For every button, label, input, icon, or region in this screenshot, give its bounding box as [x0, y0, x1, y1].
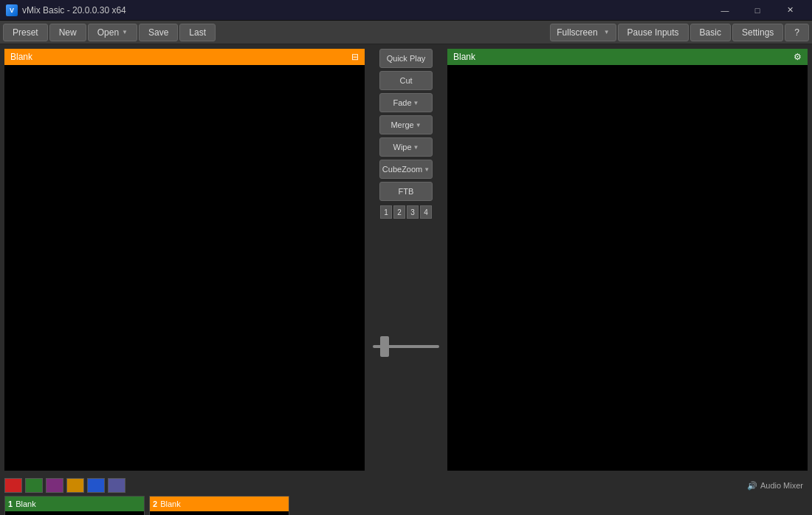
fade-button[interactable]: Fade ▼ [379, 93, 433, 112]
basic-button[interactable]: Basic [690, 24, 731, 41]
window-controls: — □ ✕ [709, 0, 806, 21]
quick-play-button[interactable]: Quick Play [379, 49, 433, 68]
last-button[interactable]: Last [179, 24, 216, 41]
transition-slider-thumb[interactable] [380, 336, 389, 357]
swatch-purple[interactable] [46, 478, 63, 493]
input-1-label: Blank [16, 499, 36, 508]
audio-mixer-button[interactable]: 🔊 Audio Mixer [747, 481, 803, 491]
input-2-label: Blank [160, 499, 181, 508]
wipe-arrow: ▼ [413, 144, 419, 151]
preview-area: Blank ⊟ [0, 44, 369, 475]
input-2-header: 2 Blank [150, 497, 289, 511]
transition-num-buttons: 1 2 3 4 [380, 205, 432, 219]
trans-num-3[interactable]: 3 [407, 205, 419, 219]
input-1-header: 1 Blank [5, 497, 144, 511]
merge-button[interactable]: Merge ▼ [379, 115, 433, 134]
transition-slider-container [373, 222, 439, 471]
input-1-screen [5, 511, 144, 515]
fullscreen-select[interactable]: Fullscreen ▼ [550, 24, 616, 41]
swatch-blue[interactable] [87, 478, 105, 493]
swatch-red[interactable] [4, 478, 22, 493]
input-tile-2: 2 Blank Close Quick Play Cut Loop 1 2 3 … [149, 496, 289, 515]
input-1-num: 1 [8, 499, 13, 508]
color-swatches-row: 🔊 Audio Mixer [0, 475, 812, 496]
maximize-button[interactable]: □ [741, 0, 774, 21]
trans-num-1[interactable]: 1 [380, 205, 392, 219]
output-label-text: Blank [453, 52, 475, 62]
preset-button[interactable]: Preset [3, 24, 48, 41]
help-button[interactable]: ? [785, 24, 809, 41]
open-dropdown-arrow: ▼ [122, 29, 128, 35]
fade-arrow: ▼ [413, 100, 419, 106]
app-title: vMix Basic - 20.0.0.30 x64 [22, 5, 709, 16]
output-screen [447, 65, 808, 471]
settings-button[interactable]: Settings [732, 24, 783, 41]
app-icon: V [6, 4, 18, 16]
main-content: Blank ⊟ Quick Play Cut Fade ▼ Merge ▼ Wi… [0, 44, 812, 475]
output-settings-icon[interactable]: ⚙ [794, 52, 802, 62]
preview-minimize-icon[interactable]: ⊟ [351, 52, 359, 62]
output-area: Blank ⚙ [443, 44, 812, 475]
fullscreen-dropdown-arrow: ▼ [604, 29, 610, 35]
cubezoom-button[interactable]: CubeZoom ▼ [379, 160, 433, 179]
inputs-area: 1 Blank Close Quick Play Cut Loop 1 2 3 … [0, 496, 812, 515]
preview-label-bar: Blank ⊟ [4, 49, 365, 65]
new-button[interactable]: New [49, 24, 86, 41]
pause-inputs-button[interactable]: Pause Inputs [618, 24, 689, 41]
input-2-num: 2 [153, 499, 157, 508]
output-label-bar: Blank ⚙ [447, 49, 808, 65]
menubar-right: Fullscreen ▼ Pause Inputs Basic Settings… [550, 24, 809, 41]
transition-slider-track [373, 345, 439, 348]
swatch-orange[interactable] [66, 478, 84, 493]
titlebar: V vMix Basic - 20.0.0.30 x64 — □ ✕ [0, 0, 812, 21]
input-2-screen [150, 511, 289, 515]
preview-screen [4, 65, 365, 471]
input-tile-1: 1 Blank Close Quick Play Cut Loop 1 2 3 … [4, 496, 145, 515]
audio-mixer-label: Audio Mixer [760, 481, 803, 490]
swatch-green[interactable] [25, 478, 43, 493]
minimize-button[interactable]: — [709, 0, 741, 21]
merge-arrow: ▼ [416, 122, 422, 129]
transition-area: Quick Play Cut Fade ▼ Merge ▼ Wipe ▼ Cub… [369, 44, 443, 475]
wipe-button[interactable]: Wipe ▼ [379, 137, 433, 157]
save-button[interactable]: Save [139, 24, 178, 41]
cubezoom-arrow: ▼ [424, 166, 430, 173]
swatch-dark-blue[interactable] [108, 478, 125, 493]
open-button[interactable]: Open ▼ [88, 24, 137, 41]
menubar: Preset New Open ▼ Save Last Fullscreen ▼… [0, 21, 812, 44]
audio-icon: 🔊 [747, 481, 757, 491]
preview-label-text: Blank [10, 52, 32, 62]
trans-num-2[interactable]: 2 [393, 205, 405, 219]
ftb-button[interactable]: FTB [379, 182, 433, 201]
cut-button[interactable]: Cut [379, 71, 433, 90]
close-button[interactable]: ✕ [774, 0, 806, 21]
trans-num-4[interactable]: 4 [420, 205, 432, 219]
